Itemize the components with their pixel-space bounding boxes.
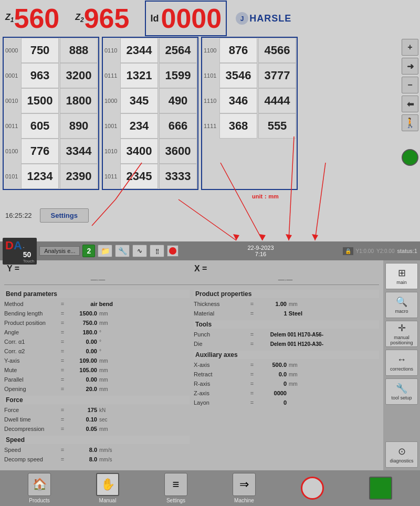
green-num-button[interactable]: 2	[82, 245, 95, 257]
table-row: 0110 2344 2564	[103, 38, 197, 63]
macro-icon: 🔍	[396, 296, 407, 308]
params-left-col: Bend parameters Method = air bend Bendin…	[4, 288, 190, 464]
param-speed: Speed = 8.0 mm/s	[4, 445, 190, 455]
wave-button[interactable]: ∿	[132, 245, 147, 257]
param-bending-length: Bending length = 1500.0 mm	[4, 309, 190, 318]
products-label: Products	[29, 498, 49, 503]
machine-button[interactable]: ⇒ Machine	[233, 473, 256, 503]
wrench-button[interactable]: 🔧	[115, 245, 130, 257]
time-display: 16:25:22	[5, 212, 32, 219]
side-buttons: + ➜ − ⬅ 🚶	[400, 37, 420, 168]
param-thickness: Thickness = 1.00 mm	[194, 299, 379, 309]
y-eq-label: Y =	[4, 263, 192, 275]
settings-bottom-button[interactable]: ≡ Settings	[164, 473, 187, 503]
table-row: 1101 3546 3777	[202, 63, 297, 88]
minus-button[interactable]: −	[402, 77, 418, 93]
x-dash: —·—	[192, 276, 379, 285]
data-area: 0000 750 888 0001 963 3200 0010 1500 180…	[0, 37, 399, 190]
data-group-1: 0000 750 888 0001 963 3200 0010 1500 180…	[3, 37, 99, 190]
settings-button[interactable]: Settings	[40, 208, 89, 223]
y1-value: Y1:0.00	[356, 248, 374, 254]
da-header: D A · 50 Touch Analysis e... 2 📁 🔧 ∿ ⣿ 2…	[0, 241, 420, 260]
dots-button[interactable]: ⣿	[150, 245, 164, 257]
forward-button[interactable]: ➜	[402, 58, 418, 75]
sidebar-diagnostics-button[interactable]: ⊙ diagnostics	[385, 441, 418, 468]
red-circle-icon	[301, 477, 324, 500]
yx-header: Y = X =	[4, 263, 379, 275]
params-right-col: Product properties Thickness = 1.00 mm M…	[194, 288, 379, 464]
table-row: 1100 876 4566	[202, 38, 297, 63]
corrections-label: corrections	[390, 366, 413, 372]
dash-line: —·— —·—	[4, 276, 379, 285]
param-parallel: Parallel = 0.00 mm	[4, 375, 190, 384]
da-logo-50: 50	[23, 250, 34, 259]
param-decomp-speed: Decomp speed = 8.0 mm/s	[4, 455, 190, 464]
x-eq-label: X =	[192, 263, 379, 275]
harsle-text: HARSLE	[249, 13, 291, 24]
z2-label: Z2	[75, 13, 83, 24]
sidebar-main-button[interactable]: ⊞ main	[385, 263, 418, 289]
sidebar-corrections-button[interactable]: ↔ corrections	[385, 350, 418, 376]
manual-positioning-icon: ✛	[398, 322, 406, 334]
id-box: Id 0000	[145, 1, 227, 36]
param-z-axis: Z-axis = 0000	[194, 388, 379, 398]
record-button[interactable]	[167, 245, 178, 257]
param-force: Force = 175 kN	[4, 405, 190, 415]
manual-button[interactable]: ✋ Manual	[96, 473, 119, 503]
param-layon: Layon = 0	[194, 398, 379, 407]
folder-button[interactable]: 📁	[98, 245, 112, 257]
table-row: 0111 1321 1599	[103, 63, 197, 88]
corrections-icon: ↔	[397, 354, 406, 365]
table-row: 0100 776 3344	[4, 139, 98, 164]
sidebar-tool-setup-button[interactable]: 🔧 tool setup	[385, 378, 418, 405]
sidebar-macro-button[interactable]: 🔍 macro	[385, 292, 418, 318]
green-rect-button[interactable]	[369, 477, 392, 500]
manual-icon: ✋	[96, 473, 119, 496]
bottom-panel: D A · 50 Touch Analysis e... 2 📁 🔧 ∿ ⣿ 2…	[0, 241, 420, 506]
id-value: 0000	[161, 3, 222, 34]
settings-bottom-label: Settings	[166, 498, 185, 503]
param-punch: Punch = Delem 001 H170-A56-	[194, 330, 379, 339]
back-button[interactable]: ⬅	[402, 96, 418, 112]
y-dash: —·—	[4, 276, 192, 285]
svg-marker-11	[312, 234, 318, 240]
products-button[interactable]: 🏠 Products	[28, 473, 51, 503]
param-opening: Opening = 20.0 mm	[4, 384, 190, 394]
green-indicator	[402, 149, 418, 166]
svg-marker-5	[233, 234, 239, 240]
diagnostics-label: diagnostics	[390, 458, 413, 463]
red-circle-button[interactable]	[301, 477, 324, 500]
aux-axes-title: Auxiliary axes	[194, 351, 379, 359]
da-date-value: 22-9-2023	[181, 245, 340, 251]
main-label: main	[396, 280, 407, 285]
tools-title: Tools	[194, 320, 379, 329]
table-row: 1110 346 4444	[202, 88, 297, 113]
params-layout: Bend parameters Method = air bend Bendin…	[4, 288, 379, 464]
person-icon[interactable]: 🚶	[402, 114, 418, 131]
table-row: 1111 368 555	[202, 113, 297, 139]
macro-label: macro	[395, 309, 408, 314]
analysis-button[interactable]: Analysis e...	[39, 246, 80, 256]
table-row: 1010 3400 3600	[103, 139, 197, 164]
table-row: 1001 234 666	[103, 113, 197, 139]
da-status: Y1:0.00 Y2:0.00	[356, 248, 395, 254]
plus-button[interactable]: +	[402, 39, 418, 56]
da-bottom-toolbar: 🏠 Products ✋ Manual ≡ Settings ⇒ Machine	[0, 470, 420, 506]
svg-marker-9	[286, 234, 292, 240]
harsle-logo: J HARSLE	[235, 11, 291, 26]
header-row: Z1 560 Z2 965 Id 0000 J HARSLE	[0, 0, 420, 37]
da-time-value: 7:16	[181, 251, 340, 257]
param-material: Material = 1 Steel	[194, 309, 379, 318]
sidebar-manual-positioning-button[interactable]: ✛ manual positioning	[385, 321, 418, 347]
manual-positioning-label: manual positioning	[390, 335, 413, 345]
z1-label: Z1	[5, 13, 14, 24]
manual-label: Manual	[99, 498, 117, 503]
unit-label: unit：mm	[252, 193, 279, 201]
speed-title: Speed	[4, 436, 190, 444]
main-icon: ⊞	[398, 267, 406, 279]
top-panel: Z1 560 Z2 965 Id 0000 J HARSLE + ➜ − ⬅ 🚶…	[0, 0, 420, 241]
status-label: status:1	[397, 248, 417, 254]
tool-setup-icon: 🔧	[396, 383, 407, 394]
z1-value: 560	[14, 3, 59, 34]
param-y-axis: Y-axis = 109.00 mm	[4, 356, 190, 365]
